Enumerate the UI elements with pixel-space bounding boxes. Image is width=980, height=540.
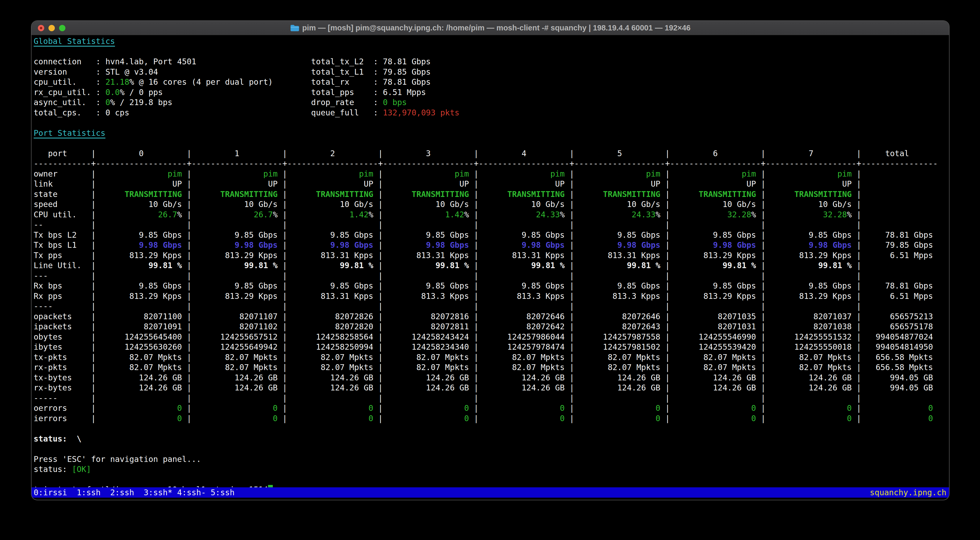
terminal-text: |: [182, 179, 191, 189]
terminal-text: |: [278, 342, 287, 351]
terminal-text: |: [182, 312, 191, 321]
terminal-text: 6.51 Mpps: [890, 251, 933, 260]
terminal-text: 656.58 Mpkts: [876, 353, 933, 362]
terminal-text: 124255649942: [191, 342, 278, 351]
terminal-text: 10 Gb/s: [96, 200, 182, 209]
terminal-text: |: [278, 251, 287, 260]
terminal-text: |: [565, 403, 574, 413]
terminal-text: |: [660, 230, 670, 240]
terminal-text: |: [660, 353, 670, 362]
blank-line: [33, 47, 949, 57]
table-row: Tx bps L1 | 9.98 Gbps | 9.98 Gbps | 9.98…: [33, 240, 949, 250]
terminal-text: |: [660, 240, 670, 249]
terminal-text: ierrors |: [33, 414, 96, 423]
terminal-content[interactable]: Global Statistics connection : hvn4.lab,…: [32, 35, 949, 500]
terminal-text: |: [278, 179, 287, 189]
terminal-text: [163, 87, 311, 97]
table-row: ierrors | 0 | 0 | 0 | 0 | 0 | 0 | 0 | 0 …: [33, 413, 949, 424]
terminal-text: 99.81 %: [818, 261, 851, 270]
terminal-text: 99.81 %: [627, 261, 660, 270]
terminal-text: 9.98 Gbps: [426, 240, 469, 249]
terminal-text: ------------+-------------------+-------…: [33, 159, 938, 168]
port-statistics-heading: Port Statistics: [33, 128, 949, 138]
terminal-text: |: [278, 200, 287, 209]
terminal-text: |: [660, 342, 670, 351]
terminal-text: |: [565, 342, 574, 351]
terminal-text: 0: [560, 414, 565, 423]
terminal-text: 124257986044: [479, 332, 565, 341]
terminal-text: 813.3 Kpps: [574, 291, 660, 301]
terminal-text: |: [565, 189, 574, 199]
terminal-text: drop_rate :: [311, 98, 383, 107]
terminal-text: --- | | | | | | | | |: [33, 271, 861, 280]
terminal-text: |: [660, 322, 670, 331]
terminal-text: 994.05 GB: [890, 373, 933, 382]
terminal-text: [861, 189, 933, 199]
terminal-text: 82072642: [479, 322, 565, 331]
terminal-text: Rx pps |: [33, 291, 96, 301]
terminal-text: 82072643: [574, 322, 660, 331]
terminal-text: 124258243424: [383, 332, 469, 341]
terminal-text: 813.31 Kpps: [383, 251, 469, 260]
terminal-text: 82071102: [191, 322, 278, 331]
zoom-button[interactable]: [59, 25, 65, 31]
terminal-text: |: [852, 332, 861, 341]
terminal-text: 9.85 Gbps: [287, 281, 373, 291]
terminal-text: |: [469, 383, 479, 392]
terminal-text: 0: [751, 403, 756, 413]
close-button[interactable]: [38, 25, 44, 31]
terminal-text: 9.85 Gbps: [383, 281, 469, 291]
terminal-text: [383, 169, 455, 178]
terminal-text: |: [565, 353, 574, 362]
terminal-text: pim: [455, 169, 469, 178]
terminal-text: Tx bps L1 |: [33, 240, 96, 249]
terminal-text: [861, 332, 876, 341]
terminal-text: [670, 189, 698, 199]
terminal-text: 82.07 Mpkts: [479, 353, 565, 362]
table-row: link | UP | UP | UP | UP | UP | UP | UP …: [33, 179, 949, 189]
terminal-text: 124.26 GB: [765, 373, 851, 382]
terminal-text: 124.26 GB: [574, 383, 660, 392]
terminal-text: |: [469, 261, 479, 270]
terminal-text: |: [660, 261, 670, 270]
global-stat-line: async_util. : 0% / 219.8 bps drop_rate :…: [33, 97, 949, 108]
terminal-text: UP: [287, 179, 373, 189]
terminal-text: [96, 240, 139, 249]
terminal-text: [191, 189, 220, 199]
terminal-text: oerrors |: [33, 403, 96, 413]
terminal-text: |: [660, 210, 670, 219]
terminal-text: %: [751, 210, 756, 219]
terminal-text: %: [273, 210, 278, 219]
terminal-text: |: [852, 261, 861, 270]
terminal-text: 813.3 Kpps: [479, 291, 565, 301]
terminal-text: [670, 240, 713, 249]
terminal-text: 82.07 Mpkts: [287, 353, 373, 362]
terminal-text: |: [565, 179, 574, 189]
terminal-text: 9.85 Gbps: [479, 230, 565, 240]
terminal-text: owner |: [33, 169, 96, 178]
terminal-text: |: [278, 210, 287, 219]
terminal-text: |: [756, 179, 765, 189]
terminal-text: |: [756, 383, 765, 392]
title-bar[interactable]: pim — [mosh] pim@squanchy.ipng.ch: /home…: [32, 21, 949, 35]
terminal-text: |: [278, 363, 287, 372]
terminal-text: [96, 189, 124, 199]
terminal-text: |: [565, 251, 574, 260]
terminal-text: [670, 403, 751, 413]
terminal-text: 9.85 Gbps: [96, 230, 182, 240]
terminal-text: 82071037: [765, 312, 851, 321]
terminal-text: 82.07 Mpkts: [574, 363, 660, 372]
global-statistics-heading: Global Statistics: [33, 36, 949, 47]
terminal-text: total_cps. :: [33, 108, 105, 117]
global-statistics-heading-text: Global Statistics: [33, 37, 115, 46]
terminal-text: |: [469, 322, 479, 331]
terminal-text: [OK]: [72, 465, 91, 474]
terminal-text: 0.0: [105, 87, 120, 97]
terminal-text: 124.26 GB: [383, 373, 469, 382]
table-row: rx-pkts | 82.07 Mpkts | 82.07 Mpkts | 82…: [33, 362, 949, 373]
terminal-text: 124.26 GB: [479, 383, 565, 392]
minimize-button[interactable]: [48, 25, 55, 31]
terminal-text: 82071107: [191, 312, 278, 321]
terminal-text: |: [469, 312, 479, 321]
terminal-text: |: [469, 179, 479, 189]
